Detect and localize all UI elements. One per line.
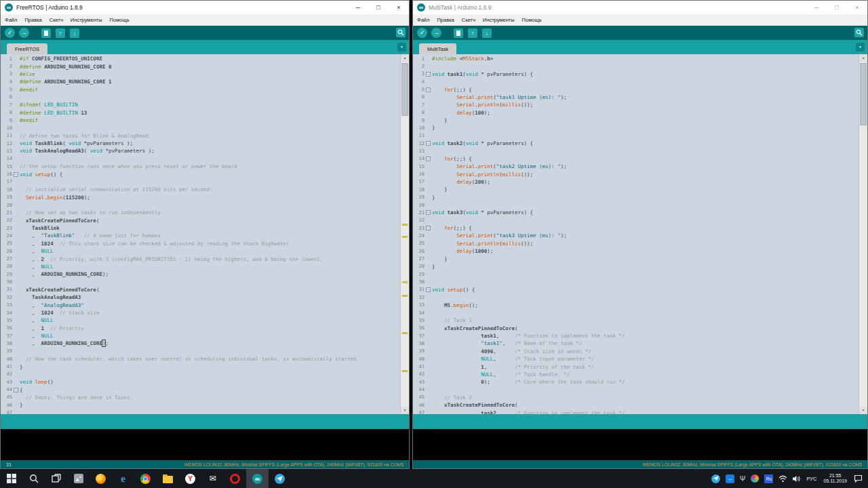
menu-item-Инструменты[interactable]: Инструменты: [71, 17, 102, 23]
taskbar-telegram-button[interactable]: [269, 469, 291, 488]
taskbar-firefox-button[interactable]: [90, 469, 112, 488]
fold-marker-icon[interactable]: −: [426, 141, 432, 146]
menu-item-Файл[interactable]: Файл: [417, 17, 429, 23]
menu-item-Скетч[interactable]: Скетч: [462, 17, 475, 23]
serial-monitor-button[interactable]: [396, 28, 406, 37]
menu-item-Скетч[interactable]: Скетч: [50, 17, 63, 23]
language-indicator[interactable]: РУС: [806, 476, 816, 482]
menu-item-Помощь[interactable]: Помощь: [110, 17, 130, 23]
code-line: 45 // Task 2: [413, 394, 859, 401]
photos-icon: [74, 474, 83, 483]
windows-taskbar: e Y ✉ ∞: [0, 469, 868, 488]
open-button[interactable]: ↑: [468, 28, 477, 38]
code-line: 42 NULL, /* Task handle. */: [413, 371, 859, 378]
close-button[interactable]: ×: [847, 1, 867, 14]
taskbar-edge-button[interactable]: e: [112, 469, 134, 488]
chrome-icon: [140, 474, 151, 484]
menu-item-Инструменты[interactable]: Инструменты: [483, 17, 515, 23]
code-area[interactable]: 1#include <M5Stack.h>23−void task1(void …: [413, 55, 859, 414]
code-line: 47 task2, /* Function to implement the t…: [413, 409, 859, 414]
taskbar-arduino-button[interactable]: ∞: [246, 469, 269, 488]
code-line: 3#else: [1, 70, 401, 78]
maximize-button[interactable]: □: [827, 1, 847, 14]
menu-item-Правка[interactable]: Правка: [437, 17, 454, 23]
titlebar[interactable]: ∞ FreeRTOS | Arduino 1.8.9 ─ □ ×: [1, 1, 409, 14]
code-editor[interactable]: 1#if CONFIG_FREERTOS_UNICORE2#define ARD…: [1, 54, 409, 414]
upload-button[interactable]: →: [431, 28, 441, 38]
code-line: 46}: [1, 401, 401, 409]
vertical-scrollbar[interactable]: ▲ ▼: [400, 54, 409, 414]
tab-list-dropdown[interactable]: ▼: [856, 43, 865, 52]
yandex-browser-icon: Y: [185, 474, 195, 484]
code-line: 10}: [413, 124, 859, 131]
close-button[interactable]: ×: [389, 1, 409, 14]
fold-marker-icon[interactable]: −: [426, 72, 432, 77]
code-area[interactable]: 1#if CONFIG_FREERTOS_UNICORE2#define ARD…: [1, 55, 401, 414]
verify-button[interactable]: ✓: [417, 28, 427, 38]
board-info: WEMOS LOLIN32, 80MHz, Minimal SPIFFS (La…: [184, 462, 403, 467]
taskbar-yandex-browser-button[interactable]: Y: [179, 469, 201, 488]
tray-wifi-icon[interactable]: [778, 475, 787, 483]
task-view-button[interactable]: [45, 469, 67, 488]
scrollbar-thumb[interactable]: [860, 63, 867, 125]
tray-telegram-icon[interactable]: [711, 474, 720, 483]
save-button[interactable]: ↓: [70, 28, 79, 38]
status-strip: [1, 414, 409, 429]
scroll-mark: [402, 332, 408, 334]
new-sketch-button[interactable]: [41, 28, 51, 38]
code-editor[interactable]: 1#include <M5Stack.h>23−void task1(void …: [413, 54, 867, 414]
upload-button[interactable]: →: [19, 28, 29, 38]
new-sketch-button[interactable]: [454, 28, 463, 38]
scrollbar-thumb[interactable]: [401, 63, 408, 116]
code-line: 1#include <M5Stack.h>: [413, 55, 859, 62]
search-icon: [29, 474, 39, 483]
minimize-button[interactable]: ─: [806, 1, 827, 14]
scroll-down-arrow[interactable]: ▼: [859, 407, 867, 414]
tab-list-dropdown[interactable]: ▼: [397, 43, 406, 52]
tray-volume-icon[interactable]: [793, 475, 801, 483]
tray-input-indicator-icon[interactable]: Ru: [764, 474, 773, 483]
action-center-button[interactable]: [854, 474, 863, 483]
scroll-up-arrow[interactable]: ▲: [401, 54, 409, 62]
fold-marker-icon[interactable]: −: [426, 157, 432, 161]
arduino-window-freertos: ∞ FreeRTOS | Arduino 1.8.9 ─ □ × ФайлПра…: [0, 0, 410, 469]
code-line: 23 TaskBlink: [1, 224, 401, 232]
maximize-button[interactable]: □: [368, 1, 389, 14]
vertical-scrollbar[interactable]: ▲ ▼: [859, 54, 867, 414]
serial-monitor-button[interactable]: [854, 28, 864, 37]
tab-freertos[interactable]: FreeRTOS: [7, 43, 47, 54]
minimize-button[interactable]: ─: [348, 1, 368, 14]
code-line: 22 xTaskCreatePinnedToCore(: [1, 217, 401, 224]
save-button[interactable]: ↓: [482, 28, 492, 38]
taskbar-opera-button[interactable]: [224, 469, 246, 488]
fold-marker-icon[interactable]: −: [426, 226, 432, 230]
tray-teamviewer-icon[interactable]: ↔: [726, 474, 734, 483]
fold-marker-icon[interactable]: −: [14, 388, 20, 392]
menu-item-Правка[interactable]: Правка: [24, 17, 41, 23]
taskbar-photos-button[interactable]: [67, 469, 90, 488]
start-button[interactable]: [0, 469, 22, 488]
fold-marker-icon[interactable]: −: [426, 87, 432, 92]
taskbar-file-explorer-button[interactable]: [157, 469, 179, 488]
tray-usb-icon[interactable]: Ψ: [740, 475, 745, 483]
arduino-logo-icon: ∞: [5, 3, 13, 12]
code-line: 44−{: [1, 386, 401, 393]
magnifier-icon: [856, 29, 863, 36]
tab-multitask[interactable]: MultiTask: [419, 43, 456, 54]
titlebar[interactable]: ∞ MultiTask | Arduino 1.8.9 ─ □ ×: [413, 1, 867, 14]
fold-marker-icon[interactable]: −: [426, 287, 432, 292]
verify-button[interactable]: ✓: [5, 28, 15, 38]
code-line: 37 , NULL: [1, 332, 401, 340]
scroll-down-arrow[interactable]: ▼: [401, 407, 409, 414]
taskbar-mail-button[interactable]: ✉: [201, 469, 224, 488]
taskbar-chrome-button[interactable]: [134, 469, 157, 488]
fold-marker-icon[interactable]: −: [426, 210, 432, 215]
clock[interactable]: 21:55 05.11.2019: [823, 473, 847, 484]
open-button[interactable]: ↑: [56, 28, 65, 38]
scroll-up-arrow[interactable]: ▲: [859, 54, 867, 62]
fold-marker-icon[interactable]: −: [14, 172, 20, 177]
menu-item-Помощь[interactable]: Помощь: [522, 17, 542, 23]
taskbar-search-button[interactable]: [22, 469, 45, 488]
tray-color-wheel-icon[interactable]: [751, 474, 759, 483]
menu-item-Файл[interactable]: Файл: [5, 17, 17, 23]
